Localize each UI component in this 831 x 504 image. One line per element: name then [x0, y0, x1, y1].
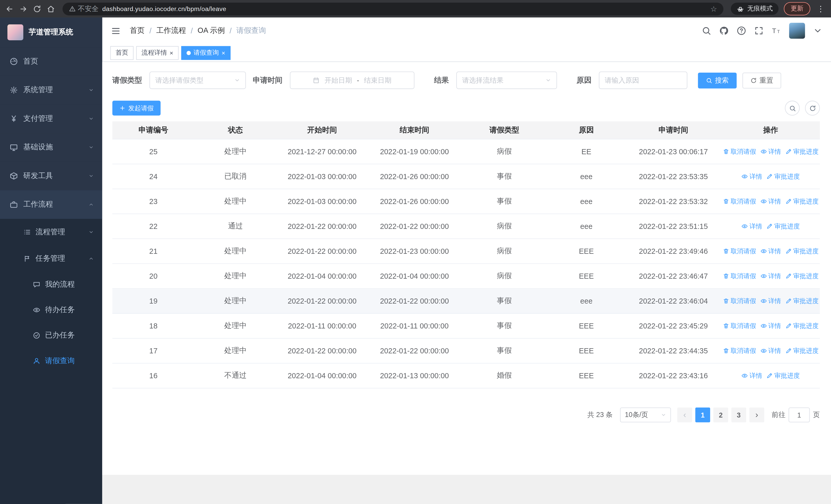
caret-down-icon[interactable] — [813, 26, 823, 35]
sidebar-item-payment[interactable]: 支付管理 — [0, 105, 103, 133]
search-icon[interactable] — [701, 26, 711, 35]
toggle-search-button[interactable] — [785, 100, 800, 116]
browser-home-icon[interactable] — [47, 5, 55, 13]
detail-link[interactable]: 详情 — [761, 346, 781, 355]
address-bar[interactable]: 不安全 dashboard.yudao.iocoder.cn/bpm/oa/le… — [63, 2, 723, 15]
close-icon[interactable]: × — [170, 50, 173, 56]
approval-progress-link[interactable]: 审批进度 — [785, 247, 819, 256]
approval-progress-link[interactable]: 审批进度 — [785, 271, 819, 280]
app-logo: 芋道管理系统 — [0, 18, 103, 47]
sidebar-item-infra[interactable]: 基础设施 — [0, 133, 103, 162]
page-size-select[interactable]: 10条/页 — [620, 408, 671, 422]
cancel-leave-link[interactable]: 取消请假 — [723, 271, 756, 280]
detail-link[interactable]: 详情 — [761, 321, 781, 330]
logo-avatar — [7, 24, 23, 40]
cancel-leave-link[interactable]: 取消请假 — [723, 247, 756, 256]
hamburger-icon[interactable] — [111, 26, 121, 36]
col-reason: 原因 — [547, 125, 625, 135]
svg-text:T: T — [777, 29, 780, 34]
edit-pen-icon — [785, 198, 792, 205]
cancel-leave-link[interactable]: 取消请假 — [723, 321, 756, 330]
tab-home[interactable]: 首页 — [110, 46, 134, 60]
bookmark-star-icon[interactable]: ☆ — [710, 5, 717, 13]
approval-progress-link[interactable]: 审批进度 — [766, 222, 800, 231]
end-date-placeholder: 结束日期 — [364, 76, 391, 85]
prev-page-button[interactable]: ‹ — [677, 408, 692, 422]
font-size-icon[interactable]: TT — [772, 26, 781, 35]
next-page-button[interactable]: › — [749, 408, 764, 422]
github-icon[interactable] — [719, 26, 728, 35]
cancel-leave-link[interactable]: 取消请假 — [723, 296, 756, 305]
detail-link[interactable]: 详情 — [741, 371, 762, 380]
sidebar-item-label: 首页 — [23, 57, 38, 66]
help-icon[interactable] — [737, 26, 746, 35]
cancel-leave-link[interactable]: 取消请假 — [723, 147, 756, 156]
user-avatar[interactable] — [789, 23, 805, 39]
reason-input[interactable] — [599, 71, 687, 89]
sidebar-item-todo-tasks[interactable]: 待办任务 — [0, 297, 103, 323]
sidebar-item-workflow[interactable]: 工作流程 — [0, 190, 103, 219]
sidebar-item-devtools[interactable]: 研发工具 — [0, 162, 103, 190]
tab-process-detail[interactable]: 流程详情 × — [136, 46, 179, 60]
breadcrumb-separator: / — [191, 26, 193, 35]
page-button-1[interactable]: 1 — [695, 408, 710, 422]
result-select[interactable]: 请选择流结果 — [456, 71, 557, 89]
create-leave-button[interactable]: 发起请假 — [112, 100, 161, 116]
browser-menu-icon[interactable]: ⋮ — [815, 4, 826, 13]
sidebar-item-system[interactable]: 系统管理 — [0, 76, 103, 105]
reset-button[interactable]: 重置 — [742, 72, 781, 88]
eye-icon — [761, 273, 767, 279]
leave-type-select[interactable]: 请选择请假类型 — [149, 71, 246, 89]
security-warning[interactable]: 不安全 — [69, 4, 98, 13]
sidebar-item-done-tasks[interactable]: 已办任务 — [0, 323, 103, 348]
page-button-2[interactable]: 2 — [713, 408, 728, 422]
browser-update-button[interactable]: 更新 — [784, 2, 810, 16]
chat-icon — [33, 281, 40, 288]
cell-apply-id: 21 — [112, 247, 195, 255]
cancel-leave-link[interactable]: 取消请假 — [723, 346, 756, 355]
refresh-table-button[interactable] — [805, 100, 820, 116]
goto-page-input[interactable] — [789, 408, 810, 422]
briefcase-icon — [9, 200, 18, 209]
page-button-3[interactable]: 3 — [732, 408, 746, 422]
browser-refresh-icon[interactable] — [33, 5, 41, 13]
approval-progress-link[interactable]: 审批进度 — [785, 346, 819, 355]
chevron-up-icon — [89, 202, 94, 207]
sidebar-item-home[interactable]: 首页 — [0, 47, 103, 76]
detail-link[interactable]: 详情 — [741, 222, 762, 231]
detail-link[interactable]: 详情 — [761, 271, 781, 280]
detail-link[interactable]: 详情 — [761, 197, 781, 206]
detail-link[interactable]: 详情 — [761, 247, 781, 256]
apply-time-range-picker[interactable]: 开始日期 - 结束日期 — [290, 71, 414, 89]
approval-progress-link[interactable]: 审批进度 — [785, 321, 819, 330]
cancel-leave-link[interactable]: 取消请假 — [723, 197, 756, 206]
approval-progress-link[interactable]: 审批进度 — [766, 172, 800, 181]
chevron-up-icon — [89, 256, 94, 261]
breadcrumb-home[interactable]: 首页 — [130, 26, 145, 35]
sidebar-item-leave-query[interactable]: 请假查询 — [0, 348, 103, 374]
approval-progress-link[interactable]: 审批进度 — [785, 296, 819, 305]
action-label: 审批进度 — [793, 321, 819, 330]
fullscreen-icon[interactable] — [754, 26, 764, 35]
sidebar-item-task-mgmt[interactable]: 任务管理 — [0, 245, 103, 272]
approval-progress-link[interactable]: 审批进度 — [785, 197, 819, 206]
detail-link[interactable]: 详情 — [761, 147, 781, 156]
tab-leave-query[interactable]: 请假查询 × — [181, 46, 230, 60]
sidebar-item-process-mgmt[interactable]: 流程管理 — [0, 219, 103, 245]
approval-progress-link[interactable]: 审批进度 — [785, 147, 819, 156]
filter-form: 请假类型 请选择请假类型 申请时间 开始日期 - 结束日期 — [112, 71, 820, 89]
breadcrumb-workflow[interactable]: 工作流程 — [156, 26, 186, 35]
incognito-label: 无痕模式 — [747, 4, 773, 13]
breadcrumb-oa-example[interactable]: OA 示例 — [198, 26, 225, 35]
browser-back-icon[interactable] — [5, 5, 14, 13]
incognito-icon — [737, 5, 744, 12]
tags-view-bar: 首页 流程详情 × 请假查询 × — [103, 44, 831, 62]
browser-forward-icon[interactable] — [19, 5, 27, 13]
close-icon[interactable]: × — [222, 50, 225, 56]
refresh-icon — [809, 105, 816, 112]
detail-link[interactable]: 详情 — [761, 296, 781, 305]
sidebar-item-my-process[interactable]: 我的流程 — [0, 272, 103, 297]
detail-link[interactable]: 详情 — [741, 172, 762, 181]
search-button[interactable]: 搜索 — [698, 72, 737, 88]
approval-progress-link[interactable]: 审批进度 — [766, 371, 800, 380]
